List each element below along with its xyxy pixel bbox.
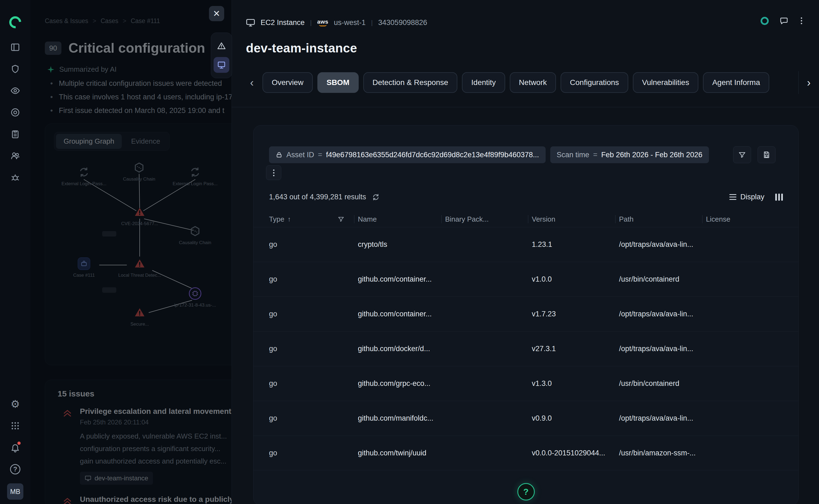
column-label: Path — [619, 215, 634, 223]
tab-vulnerabilities[interactable]: Vulnerabilities — [633, 72, 698, 93]
apps-grid-icon — [10, 421, 20, 431]
cell-path: /opt/traps/ava/ava-lin... — [619, 240, 706, 249]
refresh-icon[interactable] — [372, 193, 379, 201]
results-row: 1,643 out of 4,399,281 results — [269, 193, 379, 201]
monitor-icon — [246, 18, 255, 27]
asset-title: dev-team-instance — [246, 41, 357, 55]
cell-version: v1.0.0 — [532, 275, 619, 283]
cell-name: github.com/container... — [358, 275, 445, 283]
save-view-button[interactable] — [758, 146, 776, 163]
clipboard-icon — [10, 129, 20, 139]
column-header-path[interactable]: Path — [619, 211, 706, 227]
table-row[interactable]: go github.com/container... v1.7.23 /opt/… — [253, 297, 798, 331]
cell-type: go — [269, 240, 358, 249]
close-panel-button[interactable]: ✕ — [209, 6, 224, 21]
tab-identity[interactable]: Identity — [462, 72, 505, 93]
asset-region: us-west-1 — [334, 18, 366, 27]
shield-icon — [10, 64, 20, 74]
cell-version: v27.3.1 — [532, 345, 619, 353]
column-header-license[interactable]: License — [706, 211, 798, 227]
tabs-divider — [232, 107, 819, 107]
sbom-card: Asset ID = f49e6798163e6355d246fd7dc6c92… — [253, 125, 799, 504]
add-filter-button[interactable] — [733, 146, 751, 163]
sidebar-item-notifications[interactable] — [7, 439, 24, 456]
sidebar-item-identities[interactable] — [7, 147, 24, 165]
tab-configurations[interactable]: Configurations — [561, 72, 628, 93]
cell-type: go — [269, 449, 358, 457]
column-label: Binary Pack... — [445, 215, 489, 223]
table-controls: Display — [729, 193, 783, 201]
sidebar-item-detection[interactable] — [7, 104, 24, 121]
brand-logo-icon[interactable] — [7, 14, 24, 31]
cell-version: v0.0.0-20151029044... — [532, 449, 619, 457]
cell-version: v1.7.23 — [532, 310, 619, 318]
cell-path: /usr/bin/amazon-ssm-... — [619, 449, 706, 457]
table-row[interactable]: go github.com/grpc-eco... v1.3.0 /usr/bi… — [253, 366, 798, 401]
column-header-name[interactable]: Name — [358, 211, 445, 227]
tabs-scroll-left-icon[interactable]: ‹ — [246, 74, 258, 91]
asset-detail-panel: EC2 Instance | aws us-west-1 | 343059098… — [231, 0, 819, 504]
tab-detection-response[interactable]: Detection & Response — [363, 72, 458, 93]
tab-overview[interactable]: Overview — [262, 72, 313, 93]
more-options-icon[interactable] — [799, 16, 804, 26]
cell-name: github.com/manifoldc... — [358, 414, 445, 423]
column-label: Type — [269, 215, 284, 223]
asset-id-filter-chip[interactable]: Asset ID = f49e6798163e6355d246fd7dc6c92… — [269, 146, 546, 163]
floating-tool-dock — [211, 33, 232, 78]
sidebar-item-reports[interactable] — [7, 125, 24, 143]
tab-agent-information[interactable]: Agent Informa — [703, 72, 769, 93]
sidebar-item-visibility[interactable] — [7, 82, 24, 99]
column-header-type[interactable]: Type ↑ — [269, 211, 358, 227]
column-header-binary-package[interactable]: Binary Pack... — [445, 211, 532, 227]
display-menu-button[interactable]: Display — [729, 193, 764, 201]
tab-network[interactable]: Network — [510, 72, 556, 93]
cell-path: /opt/traps/ava/ava-lin... — [619, 414, 706, 423]
cases-board-icon — [10, 42, 20, 52]
save-icon — [763, 151, 770, 159]
scan-time-filter-chip[interactable]: Scan time = Feb 26th 2026 - Feb 26th 202… — [550, 146, 709, 163]
table-row[interactable]: go github.com/container... v1.0.0 /usr/b… — [253, 262, 798, 297]
users-icon — [10, 151, 20, 161]
divider: | — [310, 19, 312, 26]
user-avatar[interactable]: MB — [7, 483, 23, 500]
sidebar-item-security[interactable] — [7, 60, 24, 78]
sidebar-item-help[interactable]: ? — [7, 461, 24, 478]
chat-bubble-icon[interactable] — [780, 17, 788, 25]
cell-path: /opt/traps/ava/ava-lin... — [619, 345, 706, 353]
alerts-dock-button[interactable] — [213, 38, 229, 54]
tab-sbom[interactable]: SBOM — [317, 72, 359, 93]
help-button[interactable]: ? — [518, 483, 535, 500]
sidebar-item-apps[interactable] — [7, 417, 24, 434]
column-label: Version — [532, 215, 556, 223]
sidebar-item-settings[interactable]: ⚙ — [7, 395, 24, 413]
more-options-icon — [271, 168, 276, 178]
asset-header: EC2 Instance | aws us-west-1 | 343059098… — [246, 18, 427, 27]
table-row[interactable]: go github.com/manifoldc... v0.9.0 /opt/t… — [253, 401, 798, 436]
asset-tabs: ‹ Overview SBOM Detection & Response Ide… — [246, 71, 819, 94]
asset-panel-dock-button[interactable] — [213, 57, 229, 73]
filter-more-button[interactable] — [266, 165, 281, 180]
sort-asc-icon[interactable]: ↑ — [287, 215, 291, 223]
columns-icon[interactable] — [775, 194, 783, 201]
asset-account-id: 343059098826 — [378, 18, 427, 27]
column-header-version[interactable]: Version — [532, 211, 619, 227]
tabs-scroll-right-icon[interactable]: › — [798, 71, 819, 94]
column-filter-icon[interactable] — [338, 216, 344, 222]
status-ring-icon[interactable] — [761, 17, 769, 25]
table-row[interactable]: go github.com/twinj/uuid v0.0.0-20151029… — [253, 436, 798, 470]
results-count: 1,643 out of 4,399,281 results — [269, 193, 366, 201]
table-row[interactable]: go crypto/tls 1.23.1 /opt/traps/ava/ava-… — [253, 227, 798, 262]
filter-label: Asset ID — [286, 151, 314, 159]
notification-badge — [17, 442, 21, 445]
cell-version: v1.3.0 — [532, 379, 619, 388]
help-circle-icon: ? — [10, 464, 20, 474]
sidebar-item-cases[interactable] — [7, 39, 24, 56]
filter-label: Scan time — [557, 151, 589, 159]
panel-actions — [761, 16, 804, 26]
table-row[interactable]: go github.com/docker/d... v27.3.1 /opt/t… — [253, 331, 798, 366]
cell-type: go — [269, 379, 358, 388]
sidebar-item-threat-intel[interactable] — [7, 169, 24, 186]
cell-name: github.com/docker/d... — [358, 345, 445, 353]
gear-icon: ⚙ — [11, 399, 20, 409]
cell-name: github.com/grpc-eco... — [358, 379, 445, 388]
